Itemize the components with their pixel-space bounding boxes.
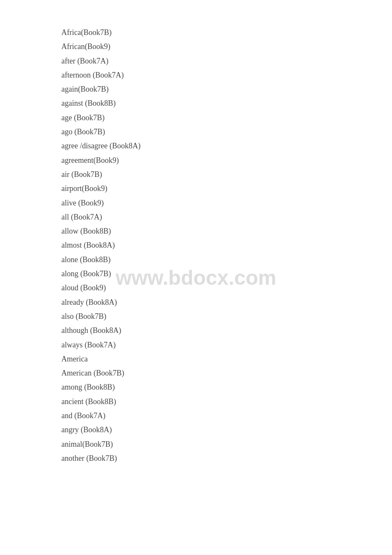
list-item: angry (Book8A) (61, 423, 392, 437)
list-item: another (Book7B) (61, 451, 392, 465)
list-item: already (Book8A) (61, 295, 392, 309)
list-item: Africa(Book7B) (61, 26, 392, 40)
list-item: allow (Book8B) (61, 224, 392, 238)
list-item: also (Book7B) (61, 309, 392, 324)
list-item: ancient (Book8B) (61, 395, 392, 409)
list-item: along (Book7B) (61, 267, 392, 281)
list-item: afternoon (Book7A) (61, 68, 392, 82)
list-item: although (Book8A) (61, 324, 392, 338)
list-item: among (Book8B) (61, 380, 392, 394)
list-item: air (Book7B) (61, 168, 392, 182)
list-item: America (61, 352, 392, 366)
list-item: African(Book9) (61, 40, 392, 54)
list-item: alive (Book9) (61, 196, 392, 210)
list-item: always (Book7A) (61, 338, 392, 352)
list-item: agreement(Book9) (61, 153, 392, 168)
list-item: ago (Book7B) (61, 125, 392, 139)
list-item: and (Book7A) (61, 409, 392, 423)
list-item: after (Book7A) (61, 54, 392, 68)
list-item: almost (Book8A) (61, 238, 392, 252)
list-item: against (Book8B) (61, 96, 392, 110)
list-item: agree /disagree (Book8A) (61, 139, 392, 153)
list-item: all (Book7A) (61, 210, 392, 224)
list-item: again(Book7B) (61, 82, 392, 96)
list-item: American (Book7B) (61, 366, 392, 380)
list-item: airport(Book9) (61, 182, 392, 196)
list-item: aloud (Book9) (61, 281, 392, 295)
list-item: alone (Book8B) (61, 253, 392, 267)
list-item: age (Book7B) (61, 111, 392, 125)
list-item: animal(Book7B) (61, 437, 392, 451)
word-list: Africa(Book7B)African(Book9)after (Book7… (0, 0, 392, 491)
